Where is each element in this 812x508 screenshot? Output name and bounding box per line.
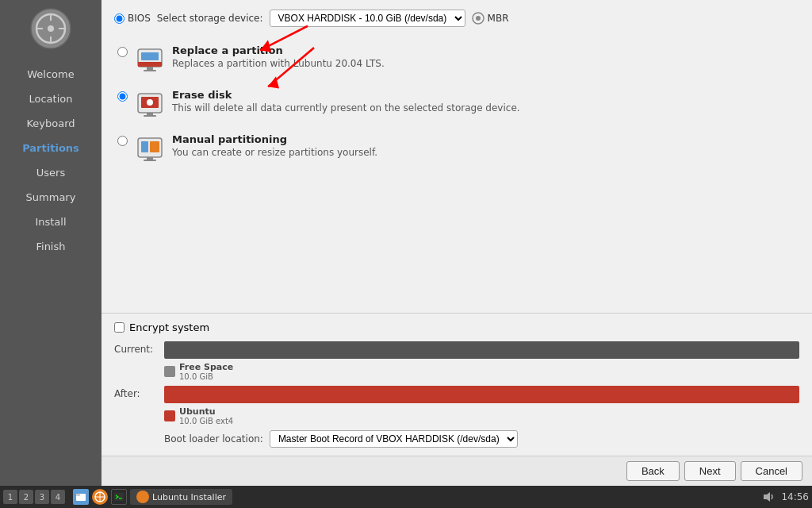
free-space-legend-row: Free Space 10.0 GiB [114, 362, 799, 381]
encrypt-label: Encrypt system [129, 321, 209, 333]
sidebar-item-install[interactable]: Install [0, 210, 102, 234]
storage-label: Select storage device: [157, 13, 263, 24]
bios-radio-group: BIOS [114, 13, 151, 24]
replace-option-text: Replace a partition Replaces a partition… [172, 44, 385, 69]
svg-rect-29 [76, 494, 80, 496]
replace-title: Replace a partition [172, 44, 385, 56]
ubuntu-legend-text: Ubuntu 10.0 GiB ext4 [179, 406, 233, 425]
taskbar-app-name: Lubuntu Installer [152, 492, 226, 502]
svg-marker-35 [764, 492, 770, 502]
svg-rect-13 [144, 70, 156, 71]
free-space-legend-text: Free Space 10.0 GiB [179, 362, 233, 381]
lubuntu-app-icon [136, 491, 149, 503]
taskbar-right: 14:56 [762, 491, 809, 503]
workspace-4[interactable]: 4 [51, 490, 65, 504]
sidebar-item-partitions[interactable]: Partitions [0, 136, 102, 160]
ubuntu-color [164, 410, 175, 421]
browser-icon[interactable] [92, 489, 108, 505]
erase-radio[interactable] [117, 91, 128, 102]
sidebar-item-summary[interactable]: Summary [0, 185, 102, 210]
sidebar-item-finish[interactable]: Finish [0, 234, 102, 259]
svg-rect-10 [141, 52, 159, 60]
manual-icon [136, 133, 164, 162]
svg-rect-11 [138, 62, 162, 67]
replace-description: Replaces a partition with Lubuntu 20.04 … [172, 58, 385, 69]
svg-rect-22 [147, 157, 153, 160]
current-bar-row: Current: [114, 341, 799, 359]
erase-disk-option: Erase disk This will delete all data cur… [114, 83, 799, 124]
svg-rect-17 [147, 113, 153, 115]
svg-point-2 [48, 25, 54, 32]
workspace-2[interactable]: 2 [19, 490, 33, 504]
svg-rect-23 [144, 160, 156, 161]
sidebar-item-keyboard[interactable]: Keyboard [0, 111, 102, 136]
current-disk-bar [164, 341, 799, 359]
sidebar-item-users[interactable]: Users [0, 160, 102, 185]
mbr-icon [472, 12, 485, 25]
svg-rect-20 [141, 141, 148, 152]
after-label: After: [114, 388, 158, 399]
replace-icon [136, 44, 164, 73]
back-button[interactable]: Back [626, 461, 680, 481]
sidebar-item-location[interactable]: Location [0, 87, 102, 111]
workspace-switcher: 1 2 3 4 [3, 490, 65, 504]
bootloader-select[interactable]: Master Boot Record of VBOX HARDDISK (/de… [270, 430, 518, 448]
manual-radio[interactable] [117, 136, 128, 146]
ubuntu-name: Ubuntu [179, 406, 233, 417]
manual-description: You can create or resize partitions your… [172, 147, 377, 158]
manual-title: Manual partitioning [172, 133, 377, 145]
sidebar-item-welcome[interactable]: Welcome [0, 62, 102, 87]
terminal-icon[interactable] [111, 489, 127, 505]
encrypt-row: Encrypt system [114, 321, 799, 333]
taskbar-app-lubuntu[interactable]: Lubuntu Installer [130, 489, 232, 505]
svg-rect-21 [150, 141, 159, 152]
erase-option-text: Erase disk This will delete all data cur… [172, 89, 520, 114]
free-space-size: 10.0 GiB [179, 372, 233, 381]
svg-rect-18 [144, 115, 156, 117]
bootloader-label: Boot loader location: [164, 433, 263, 444]
encrypt-checkbox[interactable] [114, 322, 124, 333]
bios-radio[interactable] [114, 13, 124, 24]
replace-partition-option: Replace a partition Replaces a partition… [114, 38, 799, 79]
replace-radio[interactable] [117, 47, 128, 57]
toolbar: BIOS Select storage device: VBOX HARDDIS… [114, 10, 799, 27]
bootloader-row: Boot loader location: Master Boot Record… [114, 430, 799, 448]
bottom-section: Encrypt system Current: Free Space 10.0 … [102, 313, 812, 456]
after-disk-bar [164, 386, 799, 403]
cancel-button[interactable]: Cancel [741, 461, 802, 481]
ubuntu-size: 10.0 GiB ext4 [179, 417, 233, 425]
bios-label: BIOS [128, 13, 151, 24]
volume-icon[interactable] [762, 491, 775, 503]
footer: Back Next Cancel [102, 456, 812, 486]
content-area: BIOS Select storage device: VBOX HARDDIS… [102, 0, 812, 313]
ubuntu-legend-row: Ubuntu 10.0 GiB ext4 [114, 406, 799, 425]
svg-point-8 [476, 16, 481, 21]
taskbar-time: 14:56 [781, 491, 809, 502]
erase-description: This will delete all data currently pres… [172, 102, 520, 114]
after-bar-row: After: [114, 386, 799, 403]
manual-option-text: Manual partitioning You can create or re… [172, 133, 377, 158]
free-space-name: Free Space [179, 362, 233, 372]
erase-title: Erase disk [172, 89, 520, 101]
storage-device-select[interactable]: VBOX HARDDISK - 10.0 GiB (/dev/sda) [270, 10, 465, 27]
svg-rect-12 [147, 67, 153, 70]
current-label: Current: [114, 344, 158, 355]
taskbar: 1 2 3 4 Lubuntu Installer 14:56 [0, 486, 812, 508]
manual-partition-option: Manual partitioning You can create or re… [114, 127, 799, 168]
workspace-3[interactable]: 3 [35, 490, 49, 504]
taskbar-app-icons [73, 489, 127, 505]
free-space-color [164, 366, 175, 377]
erase-icon [136, 89, 164, 117]
sidebar: Welcome Location Keyboard Partitions Use… [0, 0, 102, 486]
mbr-radio-group: MBR [472, 12, 509, 25]
workspace-1[interactable]: 1 [3, 490, 17, 504]
svg-point-16 [147, 99, 153, 106]
mbr-label: MBR [488, 13, 509, 24]
next-button[interactable]: Next [684, 461, 736, 481]
file-manager-icon[interactable] [73, 489, 89, 505]
sidebar-logo [30, 8, 71, 49]
